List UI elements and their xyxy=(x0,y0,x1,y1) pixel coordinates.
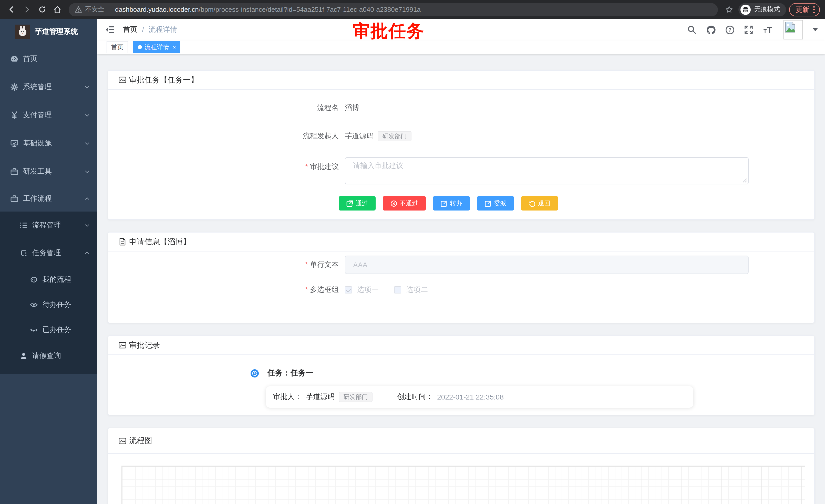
chevron-down-icon xyxy=(84,84,90,90)
picture-icon xyxy=(119,76,127,84)
red-annotation: 审批任务 xyxy=(353,19,424,43)
sidebar-item-workflow[interactable]: 工作流程 xyxy=(0,185,97,212)
help-icon[interactable]: ? xyxy=(725,24,735,35)
sidebar-item-infrastructure[interactable]: 基础设施 xyxy=(0,129,97,157)
tab-process-detail[interactable]: 流程详情 × xyxy=(133,41,180,54)
sidebar-item-label: 已办任务 xyxy=(43,325,90,334)
chevron-down-icon xyxy=(84,140,90,146)
apply-info-card: 申请信息【滔博】 *单行文本 AAA *多选框组 选项一 xyxy=(107,232,815,324)
return-button[interactable]: 退回 xyxy=(521,196,558,211)
sidebar-item-label: 待办任务 xyxy=(43,300,90,309)
caret-down-icon[interactable] xyxy=(813,28,818,31)
url-text[interactable]: dashboard.yudao.iocoder.cn/bpm/process-i… xyxy=(115,6,421,13)
sidebar-item-process-mgmt[interactable]: 流程管理 xyxy=(0,212,97,239)
dept-tag: 研发部门 xyxy=(378,132,411,142)
sidebar-item-task-mgmt[interactable]: 任务管理 xyxy=(0,239,97,267)
picture-icon xyxy=(119,437,127,445)
sidebar-item-label: 研发工具 xyxy=(23,167,84,176)
sidebar-item-my-process[interactable]: 我的流程 xyxy=(0,267,97,292)
sidebar-item-devtools[interactable]: 研发工具 xyxy=(0,157,97,185)
suggestion-textarea[interactable] xyxy=(345,158,749,185)
sidebar-item-leave-query[interactable]: 请假查询 xyxy=(0,342,97,370)
url-separator xyxy=(109,6,110,13)
picture-icon xyxy=(119,341,127,350)
gear-icon xyxy=(10,83,18,91)
initiator-value: 芋道源码 xyxy=(345,132,374,141)
toolbox-icon xyxy=(10,194,18,202)
sidebar-item-label: 流程管理 xyxy=(32,221,84,230)
incognito-icon xyxy=(740,4,751,15)
initiator-label: 流程发起人 xyxy=(119,132,339,141)
process-name-label: 流程名 xyxy=(119,104,339,113)
delegate-button[interactable]: 委派 xyxy=(477,196,514,211)
breadcrumb: 首页 / 流程详情 xyxy=(123,25,177,34)
sidebar-item-todo-tasks[interactable]: 待办任务 xyxy=(0,292,97,317)
avatar[interactable] xyxy=(783,20,803,39)
checkbox-group-label: *多选框组 xyxy=(119,285,339,295)
search-icon[interactable] xyxy=(687,24,697,35)
chevron-up-icon xyxy=(84,250,90,256)
bpmn-canvas[interactable] xyxy=(122,466,805,504)
breadcrumb-home[interactable]: 首页 xyxy=(123,25,137,34)
sidebar-item-label: 任务管理 xyxy=(32,248,84,258)
tags-view-bar: 首页 流程详情 × xyxy=(97,41,825,55)
eye-icon xyxy=(30,301,38,309)
tab-active-dot xyxy=(138,45,142,50)
reject-button[interactable]: 不通过 xyxy=(383,196,426,211)
sidebar-item-payment[interactable]: 支付管理 xyxy=(0,101,97,129)
warning-icon xyxy=(75,6,82,13)
toolbox-icon xyxy=(10,167,18,175)
dept-tag: 研发部门 xyxy=(339,392,373,402)
home-icon[interactable] xyxy=(51,3,64,16)
bookmark-star-icon[interactable] xyxy=(723,3,735,16)
hamburger-icon[interactable] xyxy=(104,24,116,35)
sidebar-item-system[interactable]: 系统管理 xyxy=(0,73,97,101)
card-title: 流程图 xyxy=(129,436,152,446)
card-title: 申请信息【滔博】 xyxy=(129,237,191,247)
checkbox-option-2: 选项二 xyxy=(394,285,428,295)
logo-row[interactable]: 芋道管理系统 xyxy=(0,19,97,45)
github-icon[interactable] xyxy=(705,24,716,35)
assignee-value: 芋道源码 xyxy=(306,393,334,402)
suggestion-label: *审批建议 xyxy=(119,158,339,172)
checkbox-unchecked-icon xyxy=(394,286,401,294)
task-title: 任务：任务一 xyxy=(268,368,314,378)
logo-avatar xyxy=(15,24,30,39)
checkbox-option-1: 选项一 xyxy=(345,285,379,295)
fullscreen-icon[interactable] xyxy=(744,24,754,35)
update-button[interactable]: 更新 xyxy=(789,3,820,16)
tab-home[interactable]: 首页 xyxy=(106,41,128,54)
chevron-down-icon xyxy=(84,222,90,229)
svg-text:T: T xyxy=(767,25,772,34)
font-size-icon[interactable]: TT xyxy=(762,24,773,35)
sidebar-item-label: 基础设施 xyxy=(23,139,84,148)
eye-closed-icon xyxy=(30,326,38,334)
created-label: 创建时间： xyxy=(397,393,433,402)
sidebar-item-label: 我的流程 xyxy=(43,275,90,284)
card-title: 审批任务【任务一】 xyxy=(129,75,198,85)
browser-menu-icon[interactable] xyxy=(813,6,815,13)
assignee-label: 审批人： xyxy=(273,393,302,402)
incognito-label: 无痕模式 xyxy=(754,5,780,14)
task-tree-icon xyxy=(19,249,28,257)
resize-handle-icon[interactable] xyxy=(743,178,747,183)
security-label[interactable]: 不安全 xyxy=(85,5,104,14)
transfer-button[interactable]: 转办 xyxy=(433,196,470,211)
forward-icon[interactable] xyxy=(20,3,33,16)
sidebar-item-label: 支付管理 xyxy=(23,110,84,119)
approve-task-card: 审批任务【任务一】 流程名 滔博 流程发起人 芋道源码 研发部门 xyxy=(107,70,815,220)
sidebar: 芋道管理系统 首页 系统管理 支付管理 xyxy=(0,19,97,504)
single-text-label: *单行文本 xyxy=(119,260,339,270)
page-content: 审批任务【任务一】 流程名 滔博 流程发起人 芋道源码 研发部门 xyxy=(97,55,825,504)
process-diagram-card: 流程图 xyxy=(107,428,815,504)
reload-icon[interactable] xyxy=(36,3,48,16)
back-icon[interactable] xyxy=(5,3,17,16)
url-bar[interactable]: 不安全 dashboard.yudao.iocoder.cn/bpm/proce… xyxy=(69,3,718,16)
process-list-icon xyxy=(19,221,28,230)
tab-close-icon[interactable]: × xyxy=(173,45,176,50)
app-title: 芋道管理系统 xyxy=(35,27,78,36)
sidebar-item-done-tasks[interactable]: 已办任务 xyxy=(0,317,97,342)
approve-button[interactable]: 通过 xyxy=(339,196,376,211)
sidebar-item-home[interactable]: 首页 xyxy=(0,45,97,73)
checkbox-group: 选项一 选项二 xyxy=(345,285,428,295)
